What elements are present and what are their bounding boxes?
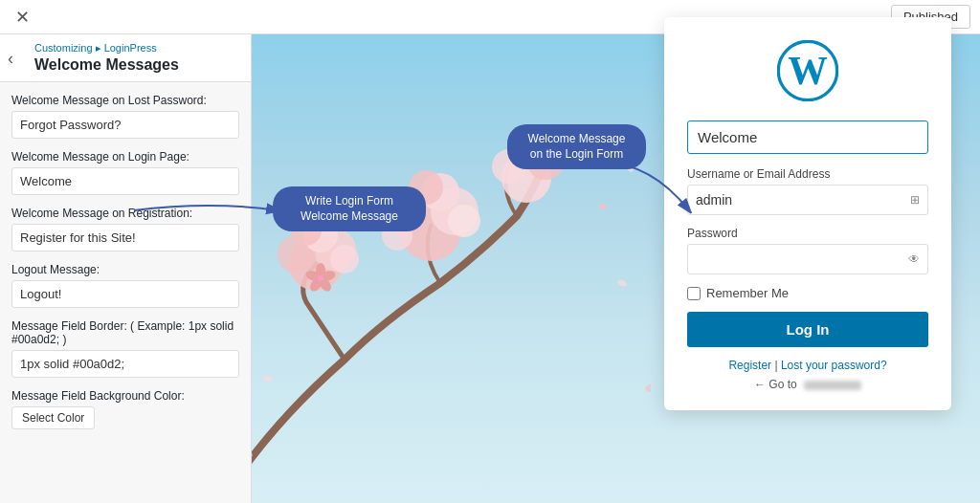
- lost-password-input[interactable]: [11, 111, 239, 139]
- password-wrapper: 👁: [687, 244, 928, 274]
- registration-label: Welcome Message on Registration:: [11, 207, 239, 220]
- logout-group: Logout Message:: [11, 263, 239, 308]
- back-button[interactable]: ‹: [8, 48, 13, 68]
- remember-me-checkbox[interactable]: [687, 287, 701, 300]
- username-label: Username or Email Address: [687, 167, 928, 181]
- username-input[interactable]: [688, 186, 902, 214]
- lost-password-link[interactable]: Lost your password?: [781, 359, 887, 372]
- border-group: Message Field Border: ( Example: 1px sol…: [11, 319, 239, 378]
- bg-color-label: Message Field Background Color:: [11, 389, 239, 403]
- login-page-label: Welcome Message on Login Page:: [11, 150, 239, 164]
- password-group: Password 👁: [687, 227, 928, 274]
- registration-input[interactable]: [11, 224, 239, 252]
- login-welcome-input[interactable]: [687, 120, 928, 154]
- password-toggle-icon[interactable]: 👁: [901, 247, 927, 272]
- close-button[interactable]: ✕: [10, 5, 34, 30]
- select-color-button[interactable]: Select Color: [11, 406, 95, 429]
- password-input[interactable]: [688, 245, 901, 273]
- goto-row: ← Go to: [687, 378, 928, 391]
- username-wrapper: ⊞: [687, 185, 928, 215]
- sidebar-header: ‹ Customizing ▸ LoginPress Welcome Messa…: [0, 34, 251, 82]
- sidebar-title: Welcome Messages: [34, 56, 239, 74]
- wp-logo: W: [687, 40, 928, 105]
- remember-me-label: Remember Me: [706, 286, 789, 300]
- callout-form: Welcome Message on the Login Form: [507, 124, 646, 169]
- login-card: W Username or Email Address ⊞ Password 👁…: [664, 17, 951, 410]
- logout-label: Logout Message:: [11, 263, 239, 276]
- username-icon: ⊞: [902, 187, 927, 212]
- breadcrumb: Customizing ▸ LoginPress: [34, 42, 239, 55]
- username-group: Username or Email Address ⊞: [687, 167, 928, 215]
- logout-input[interactable]: [11, 280, 239, 308]
- border-input[interactable]: [11, 350, 239, 378]
- svg-text:W: W: [788, 49, 828, 93]
- separator: |: [774, 359, 777, 372]
- goto-label: ← Go to: [754, 378, 797, 391]
- password-label: Password: [687, 227, 928, 240]
- login-links: Register | Lost your password?: [687, 359, 928, 372]
- login-button[interactable]: Log In: [687, 312, 928, 347]
- border-label: Message Field Border: ( Example: 1px sol…: [11, 319, 239, 346]
- login-page-input[interactable]: [11, 167, 239, 195]
- bg-color-group: Message Field Background Color: Select C…: [11, 389, 239, 429]
- lost-password-label: Welcome Message on Lost Password:: [11, 94, 239, 107]
- remember-me-row: Remember Me: [687, 286, 928, 300]
- registration-group: Welcome Message on Registration:: [11, 207, 239, 252]
- callout-write: Write Login Form Welcome Message: [273, 186, 426, 231]
- sidebar: ‹ Customizing ▸ LoginPress Welcome Messa…: [0, 34, 252, 503]
- register-link[interactable]: Register: [728, 359, 771, 372]
- sidebar-content: Welcome Message on Lost Password: Welcom…: [0, 82, 251, 452]
- login-page-group: Welcome Message on Login Page:: [11, 150, 239, 195]
- lost-password-group: Welcome Message on Lost Password:: [11, 94, 239, 139]
- goto-site-blur: [804, 381, 861, 390]
